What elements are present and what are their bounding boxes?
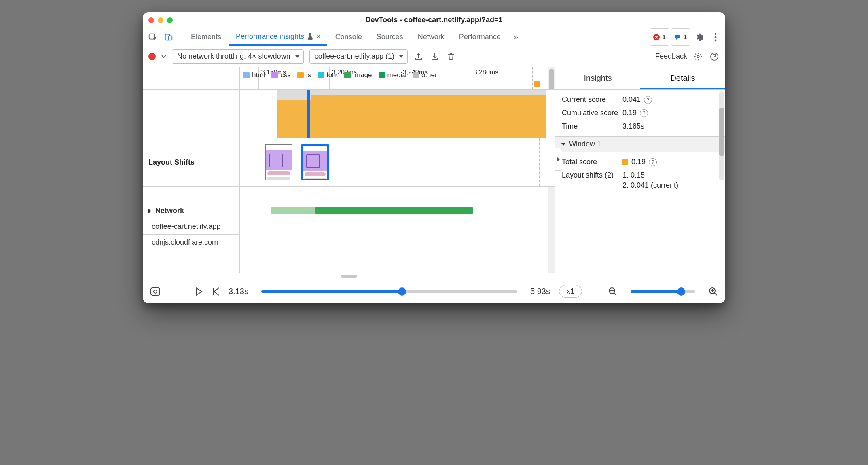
collapse-triangle-icon (561, 143, 566, 146)
settings-gear-icon[interactable] (692, 28, 707, 46)
network-legend: htmlcssjsfontimagemediaother (240, 67, 548, 83)
details-scrollbar[interactable] (719, 91, 724, 180)
delete-icon[interactable] (446, 51, 456, 62)
go-to-start-icon[interactable] (212, 287, 220, 296)
svg-point-7 (697, 55, 699, 58)
message-icon (675, 34, 681, 40)
tab-details[interactable]: Details (640, 67, 725, 89)
tab-label: Performance insights (236, 32, 304, 41)
help-icon[interactable] (709, 51, 720, 62)
messages-count: 1 (684, 34, 687, 40)
legend-item: image (344, 71, 372, 79)
inspect-element-icon[interactable] (145, 28, 160, 46)
feedback-link[interactable]: Feedback (655, 52, 687, 61)
tab-performance-insights[interactable]: Performance insights × (229, 28, 327, 46)
error-icon (653, 34, 660, 40)
host-track-0[interactable] (240, 203, 555, 218)
layout-shifts-label: Layout shifts (2) (562, 171, 618, 180)
score-color-swatch (622, 159, 628, 165)
legend-header (143, 187, 239, 203)
current-time-marker (307, 90, 310, 138)
errors-badge[interactable]: 1 (650, 28, 669, 46)
legend-item: css (271, 71, 291, 79)
svg-point-6 (715, 39, 717, 41)
layout-shift-thumbnail-1[interactable] (265, 144, 292, 180)
flask-icon (307, 33, 313, 40)
tab-elements[interactable]: Elements (184, 28, 228, 46)
tab-performance[interactable]: Performance (453, 28, 507, 46)
window-controls (148, 17, 173, 23)
layout-shifts-track[interactable] (240, 138, 555, 187)
layout-shifts-header: Layout Shifts (143, 138, 239, 187)
expand-panel-button[interactable] (555, 148, 562, 171)
zoom-out-icon[interactable] (608, 287, 618, 296)
host-track-1[interactable] (240, 218, 555, 234)
shift-item-2[interactable]: 2. 0.041 (current) (622, 181, 678, 190)
play-button-icon[interactable] (195, 287, 203, 296)
time-label: Time (562, 122, 618, 131)
playback-slider[interactable] (261, 290, 517, 293)
host-row-1[interactable]: cdnjs.cloudflare.com (143, 235, 239, 250)
svg-rect-2 (169, 36, 172, 40)
legend-item: js (297, 71, 311, 79)
legend-item: html (243, 71, 265, 79)
tab-sources[interactable]: Sources (370, 28, 410, 46)
window-header-label: Window 1 (569, 140, 601, 148)
tab-network[interactable]: Network (411, 28, 451, 46)
preview-toggle-icon[interactable] (150, 287, 161, 296)
network-track (240, 187, 555, 203)
titlebar: DevTools - coffee-cart.netlify.app/?ad=1 (143, 12, 725, 28)
more-tabs-icon[interactable]: » (509, 28, 523, 46)
messages-badge[interactable]: 1 (671, 28, 690, 46)
network-label: Network (155, 207, 184, 215)
playback-speed-button[interactable]: x1 (559, 285, 582, 298)
throttling-select[interactable]: No network throttling, 4× slowdown (172, 49, 304, 64)
help-icon[interactable]: ? (640, 109, 648, 117)
tracks[interactable]: 3,160ms 3,200ms 3,240ms 3,280ms (240, 67, 555, 273)
minimize-window-button[interactable] (158, 17, 163, 23)
insights-toolbar: No network throttling, 4× slowdown coffe… (143, 46, 725, 67)
layout-shift-thumbnail-2[interactable] (301, 144, 329, 180)
playback-controls: 3.13s 5.93s x1 (143, 279, 725, 303)
total-score-label: Total score (562, 158, 618, 166)
export-icon[interactable] (413, 51, 424, 62)
shift-item-1[interactable]: 1. 0.15 (622, 171, 645, 180)
total-score-value: 0.19 (631, 158, 646, 166)
activity-track[interactable] (240, 90, 555, 138)
legend-item: media (379, 71, 406, 79)
close-window-button[interactable] (148, 17, 154, 23)
zoom-window-button[interactable] (167, 17, 173, 23)
panel-settings-gear-icon[interactable] (693, 51, 703, 62)
legend-item: other (413, 71, 437, 79)
window-title: DevTools - coffee-cart.netlify.app/?ad=1 (143, 16, 725, 24)
help-icon[interactable]: ? (649, 158, 657, 166)
devtools-window: DevTools - coffee-cart.netlify.app/?ad=1… (143, 12, 725, 303)
zoom-slider[interactable] (631, 290, 695, 293)
recording-select[interactable]: coffee-cart.netlify.app (1) (309, 49, 408, 64)
network-header[interactable]: Network (143, 203, 239, 219)
close-tab-icon[interactable]: × (316, 32, 321, 41)
zoom-in-icon[interactable] (708, 287, 718, 296)
svg-point-4 (715, 33, 717, 35)
svg-point-5 (715, 36, 717, 38)
record-options-chevron-icon[interactable] (161, 55, 166, 58)
window-section: Total score 0.19? Layout shifts (2) 1. 0… (555, 152, 725, 195)
current-score-value: 0.041 (622, 95, 641, 104)
time-value: 3.185s (622, 122, 644, 131)
errors-count: 1 (662, 34, 665, 40)
legend-item: font (318, 71, 338, 79)
import-icon[interactable] (430, 51, 440, 62)
help-icon[interactable]: ? (644, 96, 652, 104)
record-button[interactable] (148, 53, 156, 60)
tab-console[interactable]: Console (329, 28, 368, 46)
horizontal-scrollbar[interactable] (143, 273, 555, 279)
device-toolbar-icon[interactable] (161, 28, 176, 46)
window-section-header[interactable]: Window 1 (555, 136, 725, 152)
kebab-menu-icon[interactable] (708, 28, 723, 46)
details-tabs: Insights Details (555, 67, 725, 90)
current-score-label: Current score (562, 95, 618, 104)
expand-triangle-icon (148, 209, 151, 213)
tab-insights[interactable]: Insights (555, 67, 640, 89)
host-row-0[interactable]: coffee-cart.netlify.app (143, 219, 239, 235)
row-headers: Layout Shifts Network coffee-cart.netlif… (143, 67, 240, 273)
